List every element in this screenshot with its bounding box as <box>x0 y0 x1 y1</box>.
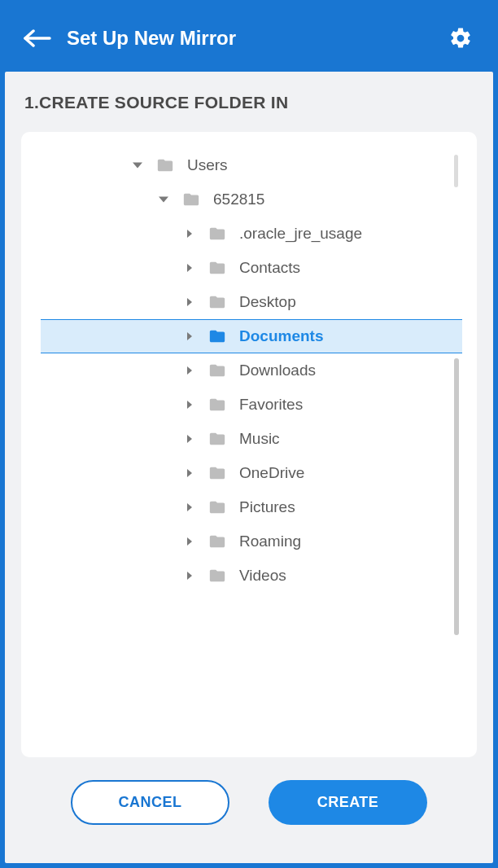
app-frame: Set Up New Mirror 1.CREATE SOURCE FOLDER… <box>0 0 498 868</box>
tree-node-label: Favorites <box>239 396 303 414</box>
tree-node[interactable]: Downloads <box>41 353 462 388</box>
back-button[interactable] <box>21 22 54 55</box>
arrow-left-icon <box>24 29 51 47</box>
tree-node-label: Users <box>187 156 228 174</box>
tree-node-label: Pictures <box>239 498 295 516</box>
chevron-right-icon[interactable] <box>182 400 197 410</box>
scrollbar[interactable] <box>452 155 459 734</box>
page-title: Set Up New Mirror <box>67 27 444 50</box>
cancel-button[interactable]: CANCEL <box>71 780 229 825</box>
gear-icon <box>448 26 473 50</box>
scrollbar-thumb[interactable] <box>454 358 459 635</box>
tree-node-label: Music <box>239 430 280 448</box>
tree-node-label: Videos <box>239 567 286 585</box>
chevron-right-icon[interactable] <box>182 502 197 512</box>
tree-node-label: Desktop <box>239 293 296 311</box>
tree-node[interactable]: Contacts <box>41 251 462 285</box>
header-bar: Set Up New Mirror <box>5 5 493 72</box>
tree-node[interactable]: Pictures <box>41 490 462 524</box>
tree-node[interactable]: Favorites <box>41 388 462 422</box>
tree-node[interactable]: Users <box>41 148 462 182</box>
chevron-right-icon[interactable] <box>182 331 197 341</box>
tree-node[interactable]: Documents <box>41 319 462 353</box>
tree-node[interactable]: .oracle_jre_usage <box>41 217 462 251</box>
tree-node[interactable]: OneDrive <box>41 456 462 490</box>
tree-node-label: Roaming <box>239 533 301 550</box>
chevron-right-icon[interactable] <box>182 434 197 444</box>
tree-node[interactable]: Videos <box>41 559 462 593</box>
chevron-right-icon[interactable] <box>182 263 197 273</box>
tree-node-label: Downloads <box>239 362 316 379</box>
tree-node-label: Documents <box>239 327 323 345</box>
tree-node-label: .oracle_jre_usage <box>239 225 362 243</box>
tree-node[interactable]: Music <box>41 422 462 456</box>
section-title: 1.CREATE SOURCE FOLDER IN <box>24 93 477 112</box>
tree-node[interactable]: Roaming <box>41 524 462 559</box>
chevron-right-icon[interactable] <box>182 366 197 375</box>
content-area: 1.CREATE SOURCE FOLDER IN Users652815.or… <box>5 72 493 863</box>
folder-picker-card: Users652815.oracle_jre_usageContactsDesk… <box>21 132 477 757</box>
create-button[interactable]: CREATE <box>269 780 427 825</box>
chevron-right-icon[interactable] <box>182 571 197 581</box>
tree-node[interactable]: 652815 <box>41 182 462 217</box>
tree-node-label: OneDrive <box>239 464 304 482</box>
tree-node[interactable]: Desktop <box>41 285 462 319</box>
settings-button[interactable] <box>444 22 477 55</box>
tree-node-label: 652815 <box>213 191 264 208</box>
chevron-right-icon[interactable] <box>182 229 197 239</box>
chevron-right-icon[interactable] <box>182 468 197 478</box>
chevron-down-icon[interactable] <box>156 195 171 204</box>
chevron-right-icon[interactable] <box>182 297 197 307</box>
tree-node-label: Contacts <box>239 259 300 277</box>
scrollbar-segment <box>454 155 458 187</box>
footer-actions: CANCEL CREATE <box>21 757 477 847</box>
chevron-right-icon[interactable] <box>182 537 197 546</box>
chevron-down-icon[interactable] <box>130 160 145 170</box>
folder-tree[interactable]: Users652815.oracle_jre_usageContactsDesk… <box>41 147 462 743</box>
